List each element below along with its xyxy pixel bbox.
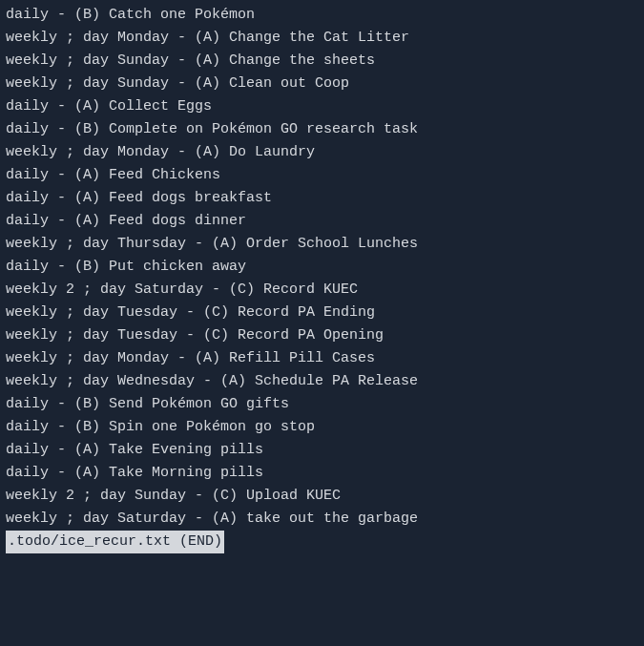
todo-line: daily - (B) Send Pokémon GO gifts [6, 393, 638, 416]
todo-line: daily - (B) Spin one Pokémon go stop [6, 416, 638, 439]
todo-line: weekly ; day Sunday - (A) Change the she… [6, 50, 638, 73]
todo-line: weekly ; day Sunday - (A) Clean out Coop [6, 73, 638, 95]
pager-output[interactable]: daily - (B) Catch one Pokémon weekly ; d… [6, 4, 638, 553]
todo-line: daily - (A) Feed Chickens [6, 164, 638, 187]
todo-line: weekly ; day Tuesday - (C) Record PA Ope… [6, 324, 638, 347]
todo-line: daily - (B) Catch one Pokémon [6, 4, 638, 27]
todo-line: daily - (A) Take Morning pills [6, 462, 638, 485]
todo-line: weekly 2 ; day Saturday - (C) Record KUE… [6, 279, 638, 302]
todo-line: weekly ; day Thursday - (A) Order School… [6, 233, 638, 256]
todo-line: daily - (A) Take Evening pills [6, 439, 638, 462]
todo-line: weekly ; day Monday - (A) Refill Pill Ca… [6, 347, 638, 370]
todo-line: daily - (A) Feed dogs breakfast [6, 187, 638, 210]
todo-line: weekly ; day Tuesday - (C) Record PA End… [6, 302, 638, 324]
todo-line: daily - (B) Complete on Pokémon GO resea… [6, 118, 638, 141]
todo-line: weekly ; day Saturday - (A) take out the… [6, 508, 638, 531]
pager-status: .todo/ice_recur.txt (END) [6, 531, 224, 553]
todo-line: weekly 2 ; day Sunday - (C) Upload KUEC [6, 485, 638, 508]
todo-line: weekly ; day Monday - (A) Change the Cat… [6, 27, 638, 50]
todo-line: weekly ; day Monday - (A) Do Laundry [6, 141, 638, 164]
todo-line: daily - (A) Collect Eggs [6, 95, 638, 118]
todo-line: daily - (A) Feed dogs dinner [6, 210, 638, 233]
todo-line: daily - (B) Put chicken away [6, 256, 638, 279]
todo-line: weekly ; day Wednesday - (A) Schedule PA… [6, 370, 638, 393]
